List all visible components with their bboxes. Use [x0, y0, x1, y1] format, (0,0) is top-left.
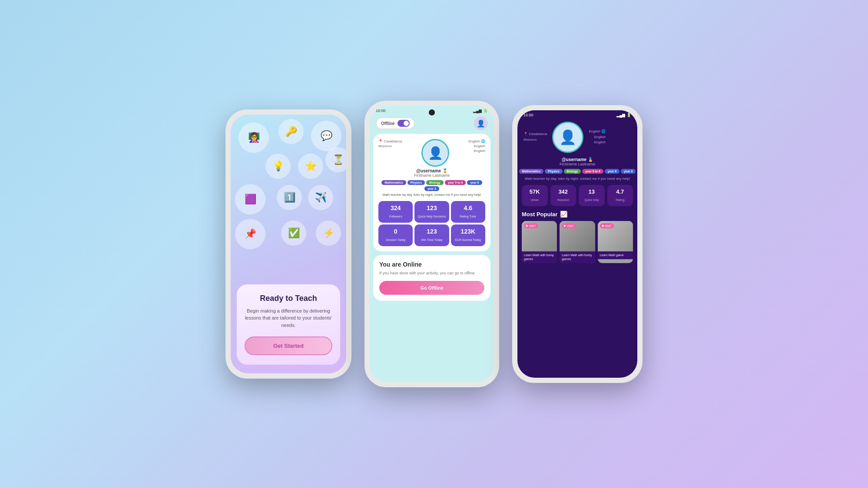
profile-card: 📍 Casablanca Morocco 👤 English 🌐 English…	[373, 134, 490, 251]
p3-video-count-2: 4567	[567, 224, 574, 228]
phone3-screen: 16:00 ▂▄▆ 🔋 📍 Casablanca Morocco 👤 Engli…	[517, 110, 637, 378]
play-icon-3: ▶	[602, 224, 604, 228]
stat-quickhelp-label: Quick Help Sessions	[418, 215, 446, 218]
location-line1: Casablanca	[384, 139, 402, 143]
p3-popular-header: Most Popular 📈	[522, 211, 633, 218]
profile-bio: Math teacher by day, tutor by night, con…	[378, 193, 485, 198]
p3-views-label: Views	[530, 198, 539, 201]
stat-followers-label: Followers	[389, 215, 402, 218]
tag-year8-2: year 8	[424, 186, 439, 191]
phone1-screen: 👩‍🏫 🔑 💬 💡 ⭐ ⏳ 🟪 1️⃣ ✈️ 📌 ✅ ⚡ Ready to Te…	[231, 115, 346, 373]
bulb-icon: 💡	[265, 154, 291, 179]
profile-stats-grid: 324 Followers 123 Quick Help Sessions 4.…	[378, 201, 485, 246]
play-icon-2: ▶	[564, 224, 566, 228]
p3-avatar: 👤	[552, 122, 583, 153]
phone1-content: 👩‍🏫 🔑 💬 💡 ⭐ ⏳ 🟪 1️⃣ ✈️ 📌 ✅ ⚡ Ready to Te…	[231, 115, 346, 373]
hourglass-icon: ⏳	[325, 147, 346, 172]
stat-earned-num: 123K	[453, 228, 484, 235]
stat-time-num: 123	[416, 228, 447, 235]
bolt-icon: ⚡	[316, 221, 341, 246]
p3-tags: Mathematics Physics Biology year 5 to 6 …	[517, 169, 637, 174]
phone2-battery: ▂▄▆ 🔋	[473, 109, 488, 113]
star-icon: ⭐	[298, 154, 323, 179]
p3-videos: ▶ 4567 Learn Math with funny games ▶ 456…	[522, 221, 633, 263]
p3-video-info-2: Learn Math with funny games	[560, 251, 595, 263]
p3-tag-physics: Physics	[545, 169, 562, 174]
stat-quickhelp-num: 123	[416, 204, 447, 211]
stat-rating-num: 4.6	[453, 204, 484, 211]
p3-quickhelp-label: Quick help	[584, 198, 599, 201]
p3-video-info-3: Learn Math game	[598, 251, 633, 259]
p3-stat-reaction: 342 Reaction	[550, 185, 576, 206]
get-started-button[interactable]: Get Started	[245, 336, 332, 355]
phone3-battery: ▂▄▆ 🔋	[616, 113, 631, 117]
tag-year8-1: year 8	[467, 180, 482, 185]
profile-username: @username 🏅	[378, 168, 485, 173]
p3-tag-year8-1: year 8	[605, 169, 620, 174]
phone2-screen: 10:00 ▂▄▆ 🔋 Offline 👤 📍	[370, 106, 494, 382]
p3-tag-math: Mathematics	[519, 169, 543, 174]
p3-stat-quickhelp: 13 Quick help	[579, 185, 605, 206]
online-card: You are Online If you have done with you…	[373, 255, 490, 301]
phone3-status-bar: 16:00 ▂▄▆ 🔋	[517, 110, 637, 118]
stat-sessions-num: 0	[380, 228, 411, 235]
p3-video-badge-1: ▶ 4567	[524, 223, 538, 228]
p3-quickhelp-num: 13	[580, 188, 603, 195]
tag-physics: Physics	[407, 180, 425, 185]
trending-icon: 📈	[560, 211, 567, 218]
profile-location: 📍 Casablanca Morocco	[378, 139, 402, 148]
phone3-time: 16:00	[523, 113, 533, 117]
tag-biology: Biology	[426, 180, 444, 185]
p3-tag-year8-2: year 8	[621, 169, 636, 174]
p3-video-card-3[interactable]: ▶ 4567 Learn Math game	[598, 221, 633, 263]
phone2-status-bar: 10:00 ▂▄▆ 🔋	[370, 106, 494, 114]
lang-line2: English	[474, 144, 485, 148]
p3-language: English 🌐 English English	[589, 129, 605, 145]
profile-center: @username 🏅 Firstname Lastname Mathemati…	[378, 167, 485, 246]
offline-badge[interactable]: Offline	[376, 117, 415, 129]
phone-profile-online: 10:00 ▂▄▆ 🔋 Offline 👤 📍	[364, 101, 499, 387]
p3-stats: 57K Views 342 Reaction 13 Quick help 4.7…	[522, 185, 633, 206]
p3-username: @username 🏅	[517, 157, 637, 162]
tag-mathematics: Mathematics	[381, 180, 406, 185]
phone2-time: 10:00	[376, 109, 386, 113]
p3-profile-section: 📍 Casablanca Morocco 👤 English 🌐 English…	[517, 118, 637, 157]
paper-plane-icon: ✈️	[308, 185, 333, 210]
go-offline-button[interactable]: Go Offline	[379, 281, 484, 295]
p3-video-card-2[interactable]: ▶ 4567 Learn Math with funny games	[560, 221, 595, 263]
p3-video-title-1: Learn Math with funny games	[524, 253, 555, 261]
p3-reaction-label: Reaction	[557, 198, 569, 201]
user-icon-button[interactable]: 👤	[474, 116, 488, 130]
phone-ready-to-teach: 👩‍🏫 🔑 💬 💡 ⭐ ⏳ 🟪 1️⃣ ✈️ 📌 ✅ ⚡ Ready to Te…	[225, 109, 351, 379]
p3-video-title-3: Learn Math game	[600, 253, 631, 257]
cube-icon: 🟪	[235, 184, 265, 214]
tag-year5to6: year 5 to 6	[445, 180, 466, 185]
ready-card-description: Begin making a difference by delivering …	[245, 307, 332, 329]
phone2-topbar: Offline 👤	[370, 114, 494, 134]
offline-toggle[interactable]	[398, 120, 410, 127]
ready-to-teach-card: Ready to Teach Begin making a difference…	[237, 284, 340, 365]
stat-sessions: 0 Session Today	[378, 224, 413, 246]
stat-earned-label: EUR Earned Today	[455, 238, 481, 241]
teacher-icon: 👩‍🏫	[239, 122, 269, 153]
offline-label: Offline	[381, 121, 395, 126]
key-icon: 🔑	[278, 119, 304, 144]
stat-earned: 123K EUR Earned Today	[451, 224, 485, 246]
p3-views-num: 57K	[523, 188, 546, 195]
stat-followers-num: 324	[380, 204, 411, 211]
stat-rating: 4.6 Rating Tutor	[451, 201, 485, 223]
phones-container: 👩‍🏫 🔑 💬 💡 ⭐ ⏳ 🟪 1️⃣ ✈️ 📌 ✅ ⚡ Ready to Te…	[225, 101, 643, 387]
p3-video-badge-3: ▶ 4567	[600, 223, 614, 228]
stat-time-label: Min Time Today	[421, 238, 443, 241]
p3-bio: Math teacher by day, tutor by night, con…	[523, 176, 631, 181]
stat-followers: 324 Followers	[378, 201, 413, 223]
p3-video-card-1[interactable]: ▶ 4567 Learn Math with funny games	[522, 221, 557, 263]
p3-popular-title: Most Popular	[522, 211, 557, 218]
profile-fullname: Firstname Lastname	[378, 173, 485, 178]
location-line2: Morocco	[378, 144, 392, 148]
pin-icon: 📌	[235, 219, 265, 249]
profile-avatar: 👤	[421, 139, 449, 167]
check-icon: ✅	[281, 221, 306, 246]
stat-rating-label: Rating Tutor	[460, 215, 476, 218]
p3-video-count-3: 4567	[605, 224, 612, 228]
